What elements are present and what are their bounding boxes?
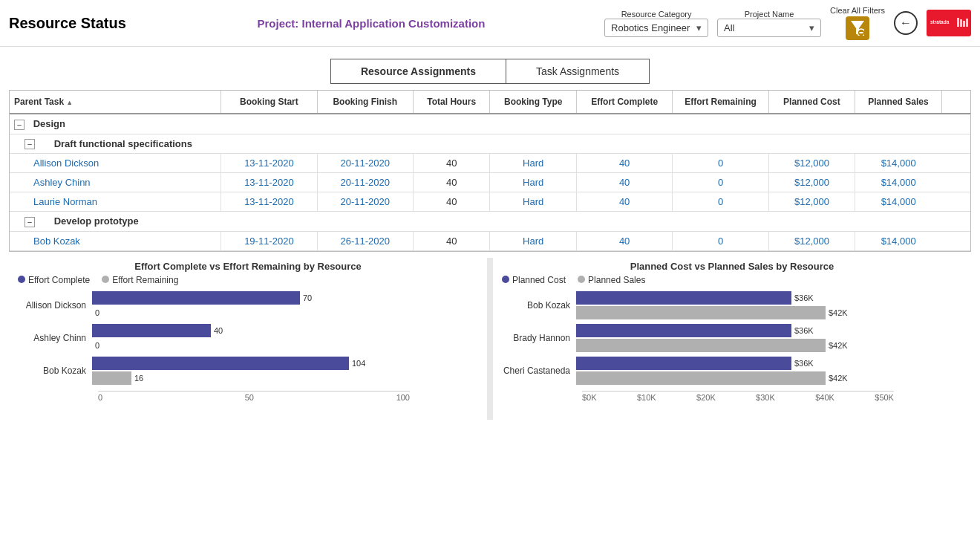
table-row: – Develop prototype — [10, 212, 970, 232]
category-filter-select[interactable]: Robotics Engineer ▾ — [604, 19, 708, 37]
col-booking-start: Booking Start — [221, 91, 317, 114]
col-booking-finish: Booking Finish — [317, 91, 413, 114]
sort-arrow: ▲ — [66, 99, 73, 106]
bars-group: 70 0 — [92, 291, 478, 319]
bar-blue — [92, 291, 300, 305]
legend-planned-cost: Planned Cost — [502, 275, 566, 285]
bar-value-blue: 104 — [352, 359, 370, 368]
effort-remaining: 0 — [673, 192, 768, 212]
planned-cost: $12,000 — [768, 231, 855, 250]
table-row: Ashley Chinn 13-11-2020 20-11-2020 40 Ha… — [10, 173, 970, 192]
bar-wrap-blue: $36K — [576, 357, 962, 370]
bar-value-gray: $42K — [829, 341, 848, 350]
bar-wrap-gray: $42K — [576, 371, 962, 385]
project-filter-value: All — [724, 22, 734, 33]
bar-label: Cheri Castaneda — [502, 366, 576, 376]
bar-wrap-blue: 70 — [92, 291, 478, 305]
table-row: Allison Dickson 13-11-2020 20-11-2020 40… — [10, 154, 970, 173]
group-expand-icon[interactable]: – — [14, 120, 24, 130]
charts-section: Effort Complete vs Effort Remaining by R… — [0, 252, 980, 420]
bars-group: 104 16 — [92, 357, 478, 385]
bar-value-gray: $42K — [829, 374, 848, 383]
logo: stratada — [927, 10, 971, 36]
right-chart-area: Bob Kozak $36K $42K Brady Hann — [502, 291, 962, 417]
bar-value-blue: 70 — [303, 293, 321, 302]
total-hours: 40 — [413, 154, 490, 173]
subgroup-label: Draft functional specifications — [41, 138, 192, 149]
bar-value-gray: 0 — [95, 308, 113, 317]
bar-wrap-blue: 40 — [92, 324, 478, 337]
resource-name[interactable]: Ashley Chinn — [10, 173, 221, 192]
x-label: $50K — [875, 393, 894, 402]
category-filter-label: Resource Category — [621, 10, 692, 19]
project-subtitle: Project: Internal Application Customizat… — [138, 17, 604, 30]
bar-blue — [92, 357, 349, 370]
svg-rect-5 — [957, 18, 959, 27]
project-filter-arrow: ▾ — [809, 22, 814, 33]
svg-rect-6 — [960, 19, 962, 27]
booking-type: Hard — [490, 173, 576, 192]
bar-wrap-blue: $36K — [576, 324, 962, 337]
subgroup-expand-icon[interactable]: – — [24, 217, 35, 227]
bar-row-bob: Bob Kozak $36K $42K — [502, 291, 962, 319]
svg-rect-8 — [966, 19, 968, 27]
left-chart-panel: Effort Complete vs Effort Remaining by R… — [9, 258, 487, 420]
chart-divider — [487, 258, 493, 420]
resource-table: Parent Task▲ Booking Start Booking Finis… — [9, 90, 971, 252]
booking-finish: 20-11-2020 — [317, 173, 413, 192]
tab-resource-assignments[interactable]: Resource Assignments — [330, 59, 506, 84]
bar-value-gray: 16 — [134, 374, 152, 383]
bar-label: Bob Kozak — [502, 300, 576, 311]
right-x-axis: $0K $10K $20K $30K $40K $50K — [582, 391, 894, 402]
bar-wrap-gray: $42K — [576, 339, 962, 352]
effort-remaining: 0 — [673, 154, 768, 173]
bar-label: Ashley Chinn — [18, 333, 92, 343]
booking-finish: 20-11-2020 — [317, 192, 413, 212]
effort-remaining: 0 — [673, 231, 768, 250]
table-row: Laurie Norman 13-11-2020 20-11-2020 40 H… — [10, 192, 970, 212]
col-planned-sales: Planned Sales — [855, 91, 941, 114]
x-label: $20K — [696, 393, 716, 402]
right-chart-title: Planned Cost vs Planned Sales by Resourc… — [502, 261, 962, 272]
filter-group: Resource Category Robotics Engineer ▾ Pr… — [604, 6, 971, 40]
booking-finish: 26-11-2020 — [317, 231, 413, 250]
col-planned-cost: Planned Cost — [768, 91, 855, 114]
left-x-axis: 0 50 100 — [98, 391, 410, 402]
bar-value-blue: $36K — [794, 293, 814, 302]
effort-complete: 40 — [576, 173, 672, 192]
booking-start: 13-11-2020 — [221, 154, 317, 173]
subgroup-expand-icon[interactable]: – — [24, 139, 35, 149]
resource-name[interactable]: Laurie Norman — [10, 192, 221, 212]
clear-filters-button[interactable]: Clear All Filters — [830, 6, 885, 40]
tab-task-assignments[interactable]: Task Assignments — [506, 59, 650, 84]
total-hours: 40 — [413, 173, 490, 192]
back-button[interactable]: ← — [894, 11, 918, 35]
x-label: $10K — [637, 393, 656, 402]
resource-name[interactable]: Bob Kozak — [10, 231, 221, 250]
legend-effort-complete: Effort Complete — [18, 275, 90, 285]
booking-start: 13-11-2020 — [221, 173, 317, 192]
clear-filters-icon — [846, 16, 869, 40]
legend-effort-remaining: Effort Remaining — [102, 275, 178, 285]
bar-row-brady: Brady Hannon $36K $42K — [502, 324, 962, 352]
legend-dot-blue — [502, 276, 509, 283]
bar-value-blue: $36K — [794, 359, 814, 368]
left-chart-area: Allison Dickson 70 0 Ashley Ch — [18, 291, 478, 417]
col-booking-type: Booking Type — [490, 91, 576, 114]
resource-name[interactable]: Allison Dickson — [10, 154, 221, 173]
svg-text:stratada: stratada — [930, 19, 950, 25]
planned-sales: $14,000 — [855, 192, 941, 212]
category-filter-value: Robotics Engineer — [611, 22, 690, 33]
effort-remaining: 0 — [673, 173, 768, 192]
bar-label: Bob Kozak — [18, 366, 92, 376]
col-total-hours: Total Hours — [413, 91, 490, 114]
project-filter-select[interactable]: All ▾ — [717, 19, 821, 37]
planned-sales: $14,000 — [855, 231, 941, 250]
x-label: 0 — [98, 393, 102, 402]
planned-cost: $12,000 — [768, 154, 855, 173]
legend-planned-sales: Planned Sales — [578, 275, 645, 285]
legend-dot-gray — [102, 276, 109, 283]
table-row: – Draft functional specifications — [10, 134, 970, 154]
bar-wrap-blue: $36K — [576, 291, 962, 305]
bar-value-blue: 40 — [214, 326, 232, 335]
